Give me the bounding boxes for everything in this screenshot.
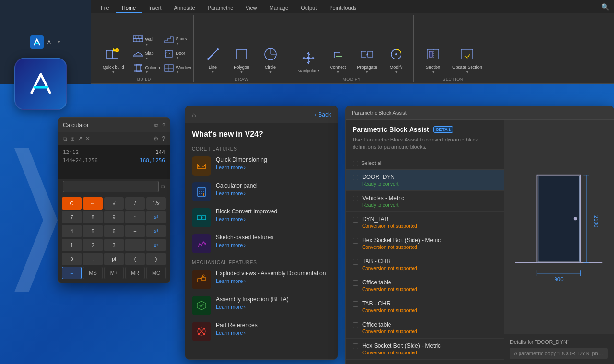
assembly-link[interactable]: Learn more › [216,304,331,310]
calc-toolbar-table-icon[interactable]: ⊞ [70,135,75,142]
calc-pi-btn[interactable]: pi [104,253,124,265]
pba-item-dyn-tab[interactable]: DYN_TAB Conversion not supported [346,212,504,233]
ribbon-group-build: Quick build ▼ [95,15,194,82]
tab-pointclouds[interactable]: Pointclouds [323,3,362,13]
exploded-link[interactable]: Learn more › [216,278,331,284]
connect-button[interactable]: Connect ▼ [325,43,352,76]
calc-rparen-btn[interactable]: ) [146,253,166,265]
calc-6-btn[interactable]: 6 [104,225,124,237]
propagate-button[interactable]: Propagate ▼ [354,43,381,76]
calc-sqrt-btn[interactable]: √ [104,197,124,210]
calc-add-btn[interactable]: + [125,225,145,237]
pba-item-hex-bolt-1[interactable]: Hex Socket Bolt (Side) - Metric Conversi… [346,233,504,254]
calc-8-btn[interactable]: 8 [83,211,103,223]
calc-5-btn[interactable]: 5 [83,225,103,237]
calc-2-btn[interactable]: 2 [83,239,103,251]
calc-copy-header-icon[interactable]: ⧉ [154,122,158,129]
circle-button[interactable]: Circle ▼ [257,43,284,76]
panel-home-icon[interactable]: ⌂ [192,111,196,118]
calc-1-btn[interactable]: 1 [62,239,82,251]
pba-item-checkbox-6[interactable] [353,280,358,286]
calc-9-btn[interactable]: 9 [104,211,124,223]
tab-output[interactable]: Output [295,3,322,13]
polygon-button[interactable]: Polygon ▼ [228,43,255,76]
calc-4-btn[interactable]: 4 [62,225,82,237]
calc-toolbar-copy-icon[interactable]: ⧉ [63,135,67,142]
line-button[interactable]: Line ▼ [200,43,226,76]
search-icon[interactable]: 🔍 [601,2,610,12]
modify-button[interactable]: Modify ▼ [383,43,410,76]
calc-toolbar-help-icon2[interactable]: ? [162,135,165,142]
calc-mc-btn[interactable]: MC [146,267,166,279]
pba-item-checkbox-1[interactable] [353,175,358,180]
calc-ms-btn[interactable]: MS [83,267,103,279]
pba-item-office-table-2[interactable]: Office table Conversion not supported [346,317,504,339]
tab-file[interactable]: File [95,3,115,13]
calc-mr-btn[interactable]: MR [125,267,145,279]
select-all-checkbox[interactable] [353,161,358,166]
slab-button[interactable]: Slab ▼ [130,48,159,61]
manipulate-button[interactable]: Manipulate [294,47,323,76]
calc-copy-input-icon[interactable]: ⧉ [161,183,165,190]
calc-3-btn[interactable]: 3 [104,239,124,251]
pba-item-checkbox-5[interactable] [353,259,358,265]
pba-item-office-table-1[interactable]: Office table Conversion not supported [346,275,504,296]
block-convert-link[interactable]: Learn more › [216,216,331,222]
tab-annotate[interactable]: Annotate [168,3,201,13]
part-ref-link[interactable]: Learn more › [216,330,331,336]
tab-insert[interactable]: Insert [142,3,167,13]
calc-input[interactable] [63,181,159,192]
feature-quick-dimensioning: Quick Dimensioning Learn more › [192,156,331,176]
pba-select-all-row[interactable]: Select all [346,157,504,170]
wall-button[interactable]: Wall ▼ [130,34,159,47]
calc-power-btn[interactable]: xʸ [146,239,166,251]
calc-0-btn[interactable]: 0 [62,253,82,265]
pba-item-tab-chr-2[interactable]: TAB - CHR Conversion not supported [346,296,504,317]
calc-lparen-btn[interactable]: ( [125,253,145,265]
pba-item-checkbox-4[interactable] [353,238,358,244]
calc-help-icon[interactable]: ? [162,122,165,128]
pba-item-hex-bolt-2[interactable]: Hex Socket Bolt (Side) - Metric Conversi… [346,339,504,360]
window-button[interactable]: Window ▼ [161,62,189,76]
svg-rect-1 [30,35,44,49]
pba-item-tab-chr-1[interactable]: TAB - CHR Conversion not supported [346,254,504,275]
calc-equals-btn[interactable]: = [62,267,82,279]
calc-7-btn[interactable]: 7 [62,211,82,223]
section-button[interactable]: Section ▼ [420,43,447,76]
panel-back-btn[interactable]: ‹ Back [314,111,331,118]
sketch-link[interactable]: Learn more › [216,242,331,248]
door-button[interactable]: Door ▼ [161,48,189,61]
pba-item-door-dyn[interactable]: DOOR_DYN Ready to convert [346,170,504,191]
quick-build-button[interactable]: Quick build ▼ [99,43,128,76]
calc-clear-btn[interactable]: C [62,197,82,210]
pba-item-checkbox-2[interactable] [353,196,358,201]
calc-toolbar-export-icon[interactable]: ↗ [78,135,83,142]
pba-item-vehicles[interactable]: Vehicles - Metric Ready to convert [346,191,504,212]
calc-reciprocal-btn[interactable]: 1/x [146,197,166,210]
calc-square-btn[interactable]: x² [146,211,166,223]
calc-multiply-btn[interactable]: * [125,211,145,223]
pba-item-checkbox-7[interactable] [353,301,358,307]
pba-item-checkbox-3[interactable] [353,217,358,223]
pba-item-checkbox-9[interactable] [353,343,358,349]
pba-item-text-6: Office table Conversion not supported [362,279,417,292]
column-button[interactable]: Column ▼ [130,62,159,76]
pba-item-checkbox-8[interactable] [353,322,358,328]
quick-dimensioning-link[interactable]: Learn more › [216,164,331,170]
calc-toolbar-settings-icon[interactable]: ⚙ [154,135,159,142]
update-section-button[interactable]: Update Section ▼ [449,43,486,76]
tab-view[interactable]: View [240,3,263,13]
calc-decimal-btn[interactable]: . [83,253,103,265]
tab-home[interactable]: Home [116,3,142,13]
tab-manage[interactable]: Manage [263,3,294,13]
calc-subtract-btn[interactable]: - [125,239,145,251]
calc-backspace-btn[interactable]: ← [83,197,103,210]
tab-parametric[interactable]: Parametric [202,3,239,13]
stairs-button[interactable]: Stairs ▼ [161,34,189,47]
line-label: Line [209,65,217,70]
calc-mplus-btn[interactable]: M+ [104,267,124,279]
calc-toolbar-clear-icon[interactable]: ✕ [85,135,90,142]
calculator-link[interactable]: Learn more › [216,190,331,196]
calc-divide-btn[interactable]: / [125,197,145,210]
calc-cube-btn[interactable]: x³ [146,225,166,237]
